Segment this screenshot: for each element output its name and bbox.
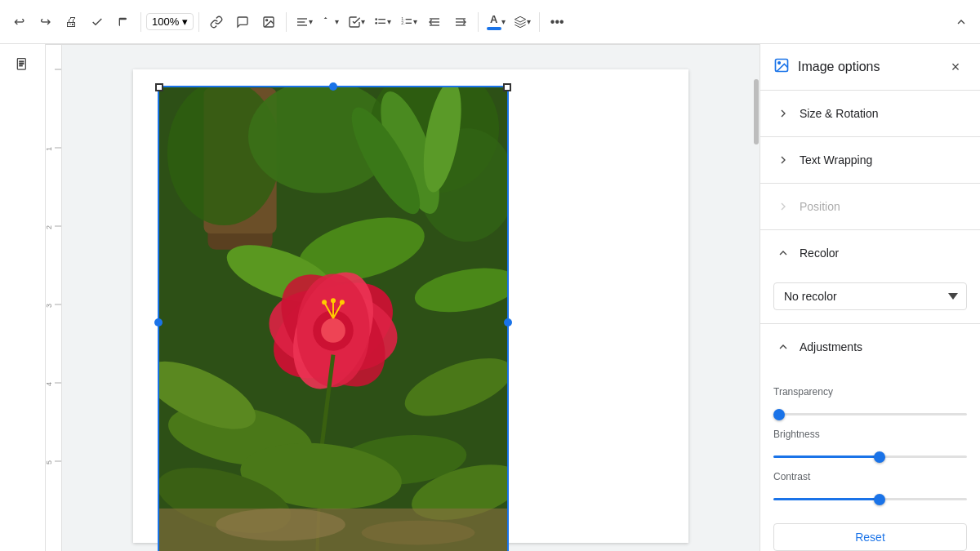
contrast-slider[interactable] (773, 498, 967, 500)
svg-rect-3 (297, 21, 305, 22)
handle-middle-right[interactable] (504, 318, 512, 327)
position-chevron (773, 197, 793, 216)
size-rotation-section: Size & Rotation (760, 91, 980, 137)
numbered-list-button[interactable]: 1.2. ▾ (396, 10, 421, 34)
recolor-section: Recolor No recolor Grayscale Sepia Custo… (760, 230, 980, 324)
svg-rect-8 (378, 22, 385, 23)
handle-top-left[interactable] (155, 83, 163, 91)
svg-rect-4 (297, 24, 307, 25)
reset-button[interactable]: Reset (773, 523, 967, 551)
panel-header: Image options × (760, 44, 980, 91)
highlight-button[interactable]: ▾ (510, 10, 534, 34)
pages-panel-button[interactable] (8, 51, 38, 80)
divider-2 (198, 12, 199, 32)
position-section: Position (760, 184, 980, 230)
svg-rect-21 (19, 64, 23, 64)
handle-top-right[interactable] (503, 83, 511, 91)
recolor-header[interactable]: Recolor (760, 230, 980, 276)
brightness-slider[interactable] (773, 455, 967, 458)
bullet-list-button[interactable]: ▾ (370, 10, 394, 34)
flower-image (159, 87, 507, 551)
recolor-chevron (773, 243, 793, 263)
divider-3 (286, 12, 287, 32)
divider-4 (478, 12, 479, 32)
svg-point-46 (340, 300, 345, 304)
svg-point-6 (375, 22, 377, 24)
contrast-label: Contrast (773, 471, 967, 482)
size-rotation-header[interactable]: Size & Rotation (760, 91, 980, 136)
document-scroll-area[interactable] (62, 45, 760, 551)
zoom-selector[interactable]: 100% ▾ (146, 13, 194, 30)
svg-rect-11 (405, 19, 411, 20)
text-wrapping-header[interactable]: Text Wrapping (760, 137, 980, 183)
svg-point-5 (375, 18, 377, 20)
zoom-value: 100% (152, 16, 179, 28)
adjustments-chevron (773, 337, 793, 357)
insert-image-button[interactable] (256, 10, 281, 34)
text-wrapping-chevron (773, 150, 793, 170)
transparency-slider[interactable] (773, 413, 967, 415)
redo-button[interactable]: ↪ (33, 10, 57, 34)
size-rotation-chevron (773, 104, 793, 123)
adjustments-header[interactable]: Adjustments (760, 324, 980, 370)
svg-rect-12 (405, 22, 411, 23)
more-options-button[interactable]: ••• (545, 10, 569, 34)
adjustments-title: Adjustments (800, 340, 862, 353)
spellcheck-button[interactable] (85, 10, 109, 34)
zoom-arrow: ▾ (182, 16, 188, 28)
main-content: Image options × Size & Rotation Text Wra… (0, 44, 980, 551)
svg-rect-22 (19, 65, 21, 66)
svg-rect-7 (378, 19, 385, 20)
align-button[interactable]: ▾ (292, 10, 316, 34)
vertical-ruler (46, 45, 62, 551)
vertical-scrollbar[interactable] (753, 45, 760, 551)
paint-format-button[interactable] (111, 10, 136, 34)
svg-point-57 (216, 509, 345, 541)
toolbar-collapse-button[interactable] (949, 10, 973, 34)
image-options-panel: Image options × Size & Rotation Text Wra… (760, 44, 980, 551)
text-color-indicator (487, 27, 501, 30)
svg-point-48 (322, 300, 327, 304)
transparency-label: Transparency (773, 386, 967, 398)
text-color-button[interactable]: A ▾ (483, 10, 508, 34)
recolor-dropdown[interactable]: No recolor Grayscale Sepia Custom... (773, 282, 967, 310)
svg-text:2.: 2. (401, 20, 404, 25)
checklist-button[interactable]: ▾ (344, 10, 368, 34)
svg-point-1 (266, 19, 268, 20)
position-title: Position (800, 200, 840, 213)
adjustments-section: Adjustments Transparency Brightness Cont… (760, 324, 980, 517)
recolor-title: Recolor (800, 247, 839, 260)
divider-1 (140, 12, 141, 32)
brightness-label: Brightness (773, 429, 967, 440)
doc-with-ruler (46, 45, 760, 551)
handle-top-middle[interactable] (329, 82, 337, 91)
selected-image[interactable] (158, 86, 509, 551)
insert-comment-button[interactable] (230, 10, 255, 34)
undo-button[interactable]: ↩ (7, 10, 31, 34)
scrollbar-thumb[interactable] (754, 79, 759, 144)
left-sidebar (0, 44, 46, 551)
svg-point-58 (362, 521, 475, 545)
handle-middle-left[interactable] (154, 318, 163, 327)
divider-5 (539, 12, 540, 32)
text-wrapping-title: Text Wrapping (800, 153, 872, 167)
svg-rect-2 (297, 18, 307, 19)
toolbar: ↩ ↪ 🖨 100% ▾ ▾ ▾ ▾ ▾ 1.2. ▾ (0, 0, 980, 44)
svg-rect-20 (19, 61, 23, 62)
panel-title: Image options (798, 60, 936, 74)
text-wrapping-section: Text Wrapping (760, 137, 980, 184)
insert-link-button[interactable] (204, 10, 229, 34)
increase-indent-button[interactable] (448, 10, 473, 34)
position-header[interactable]: Position (760, 184, 980, 229)
print-button[interactable]: 🖨 (59, 10, 83, 34)
adjustments-content: Transparency Brightness Contrast (760, 370, 980, 517)
document-page (133, 69, 688, 543)
size-rotation-title: Size & Rotation (800, 107, 879, 120)
svg-point-44 (331, 298, 336, 303)
document-area (46, 44, 760, 551)
line-spacing-button[interactable]: ▾ (318, 10, 342, 34)
panel-image-icon (773, 57, 790, 78)
svg-point-42 (321, 318, 345, 343)
panel-close-button[interactable]: × (944, 56, 967, 78)
decrease-indent-button[interactable] (422, 10, 447, 34)
